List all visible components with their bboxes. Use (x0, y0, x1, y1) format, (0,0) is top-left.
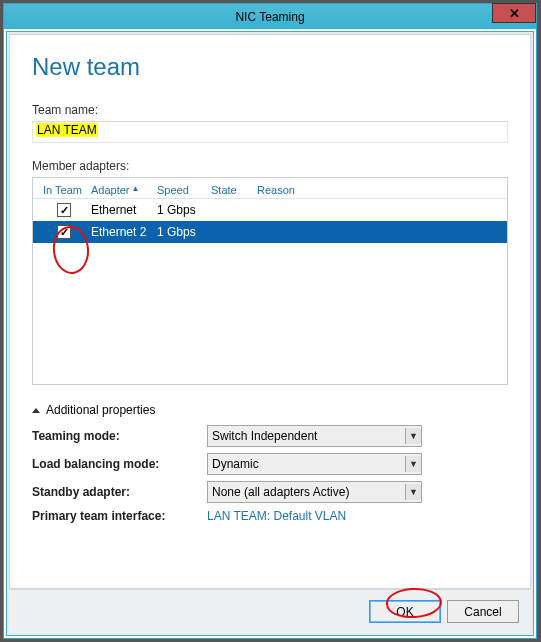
col-header-speed[interactable]: Speed (157, 184, 211, 196)
team-name-field-group: Team name: LAN TEAM (32, 103, 508, 143)
dialog-buttons: OK Cancel (9, 589, 531, 633)
sort-asc-icon: ▲ (132, 184, 140, 193)
table-row[interactable]: ✓ Ethernet 1 Gbps (33, 199, 507, 221)
col-header-state[interactable]: State (211, 184, 257, 196)
ok-button[interactable]: OK (369, 600, 441, 623)
col-header-inteam[interactable]: In Team (37, 184, 91, 196)
page-title: New team (32, 53, 508, 81)
standby-adapter-label: Standby adapter: (32, 485, 207, 499)
members-label: Member adapters: (32, 159, 508, 173)
table-row[interactable]: ✓ Ethernet 2 1 Gbps (33, 221, 507, 243)
standby-adapter-select[interactable]: None (all adapters Active) ▼ (207, 481, 422, 503)
chevron-down-icon: ▼ (405, 484, 421, 500)
dialog-window: NIC Teaming ✕ New team Team name: LAN TE… (3, 3, 537, 639)
close-button[interactable]: ✕ (492, 3, 536, 23)
chevron-up-icon (32, 408, 40, 413)
additional-properties-toggle[interactable]: Additional properties (32, 403, 508, 417)
cell-speed: 1 Gbps (157, 203, 211, 217)
cancel-button[interactable]: Cancel (447, 600, 519, 623)
content-pane: New team Team name: LAN TEAM Member adap… (9, 34, 531, 589)
teaming-mode-select[interactable]: Switch Independent ▼ (207, 425, 422, 447)
checkbox-adapter-2[interactable]: ✓ (57, 225, 71, 239)
col-header-reason[interactable]: Reason (257, 184, 503, 196)
chevron-down-icon: ▼ (405, 456, 421, 472)
teaming-mode-row: Teaming mode: Switch Independent ▼ (32, 425, 508, 447)
load-balancing-row: Load balancing mode: Dynamic ▼ (32, 453, 508, 475)
teaming-mode-label: Teaming mode: (32, 429, 207, 443)
primary-interface-link[interactable]: LAN TEAM: Default VLAN (207, 509, 346, 523)
load-balancing-label: Load balancing mode: (32, 457, 207, 471)
chevron-down-icon: ▼ (405, 428, 421, 444)
team-name-label: Team name: (32, 103, 508, 117)
titlebar: NIC Teaming ✕ (4, 4, 536, 29)
cell-adapter: Ethernet (91, 203, 157, 217)
cell-speed: 1 Gbps (157, 225, 211, 239)
standby-adapter-row: Standby adapter: None (all adapters Acti… (32, 481, 508, 503)
load-balancing-select[interactable]: Dynamic ▼ (207, 453, 422, 475)
team-name-input[interactable] (32, 121, 508, 143)
primary-interface-label: Primary team interface: (32, 509, 207, 523)
col-header-adapter[interactable]: Adapter▲ (91, 184, 157, 196)
primary-interface-row: Primary team interface: LAN TEAM: Defaul… (32, 509, 508, 523)
members-grid: In Team Adapter▲ Speed State Reason ✓ Et… (32, 177, 508, 385)
close-icon: ✕ (509, 6, 520, 21)
checkbox-adapter-1[interactable]: ✓ (57, 203, 71, 217)
cell-adapter: Ethernet 2 (91, 225, 157, 239)
grid-header: In Team Adapter▲ Speed State Reason (33, 178, 507, 199)
outer-pane: New team Team name: LAN TEAM Member adap… (6, 31, 534, 636)
window-title: NIC Teaming (235, 10, 304, 24)
